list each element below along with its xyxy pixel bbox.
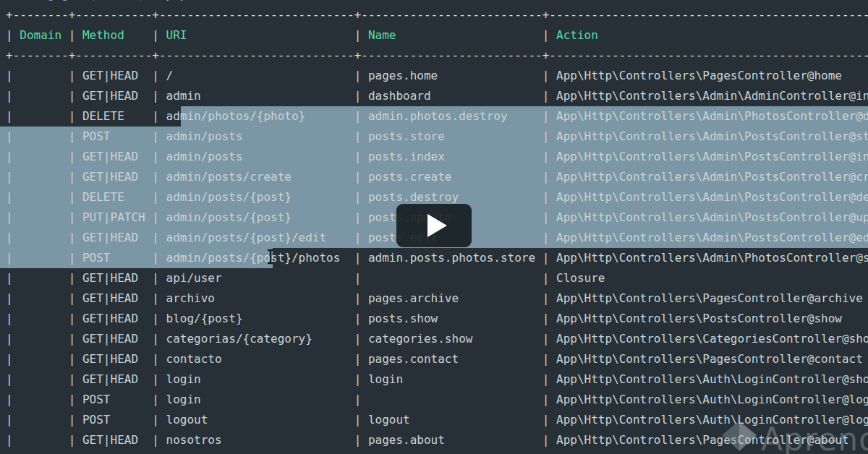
table-border-top: +--------+-----------+------------------… [6,5,868,25]
route-row: | | GET|HEAD | api/user | | Closure [6,268,868,288]
column-separator: | [152,28,166,42]
column-header-name: Name [368,28,542,42]
route-row: | | GET|HEAD | blog/{post} | posts.show … [6,309,868,329]
route-row: | | GET|HEAD | categorias/{category} | c… [6,329,868,349]
column-header-domain: Domain [20,28,68,42]
video-play-button[interactable] [396,204,472,247]
column-separator: | [542,28,556,42]
route-row: | | GET|HEAD | admin | dashboard | App\H… [6,86,868,106]
prompt-git-prefix: git:( [61,0,96,1]
text-cursor-ibeam [266,249,275,265]
prompt-git-suffix: ) [138,0,145,1]
route-row: | | GET|HEAD | archivo | pages.archive |… [6,288,868,309]
table-border-header: +--------+-----------+------------------… [6,46,868,66]
aprendible-logo-icon [720,419,758,454]
prompt-directory: blog [27,0,55,1]
route-row: | | GET|HEAD | admin/posts/create | post… [6,167,868,187]
prompt-git-branch: master [96,0,138,1]
route-row: | | GET|HEAD | / | pages.home | App\Http… [6,66,868,86]
route-row: | | POST | login | | App\Http\Controller… [6,390,868,410]
route-row: | | POST | admin/posts | posts.store | A… [6,127,868,147]
prompt-dirty-flag: ✗ [152,0,159,1]
route-row: | | POST | admin/posts/{post}/photos | a… [6,248,868,268]
prompt-arrow: ➜ [6,0,13,1]
column-separator: | [354,28,368,42]
column-separator: | [6,28,20,42]
column-header-uri: URI [166,28,354,42]
route-row: | | GET|HEAD | admin/posts | posts.index… [6,147,868,167]
route-row: | | GET|HEAD | login | login | App\Http\… [6,369,868,390]
column-header-method: Method [82,28,152,42]
watermark: Aprendible [720,419,868,454]
column-separator: | [69,28,82,42]
prompt-command: php artisan route:list [166,0,320,1]
watermark-text: Aprendible [761,421,868,454]
terminal-screen: ➜ blog git:(master) ✗ php artisan route:… [0,0,868,454]
route-rows: | | GET|HEAD | / | pages.home | App\Http… [6,66,868,450]
column-header-action: Action [556,28,598,42]
shell-prompt: ➜ blog git:(master) ✗ php artisan route:… [6,0,868,5]
table-header-row: | Domain | Method | URI | Name | Action [6,25,868,46]
play-icon [427,214,447,237]
route-row: | | GET|HEAD | contacto | pages.contact … [6,349,868,369]
route-row: | | DELETE | admin/photos/{photo} | admi… [6,106,868,127]
